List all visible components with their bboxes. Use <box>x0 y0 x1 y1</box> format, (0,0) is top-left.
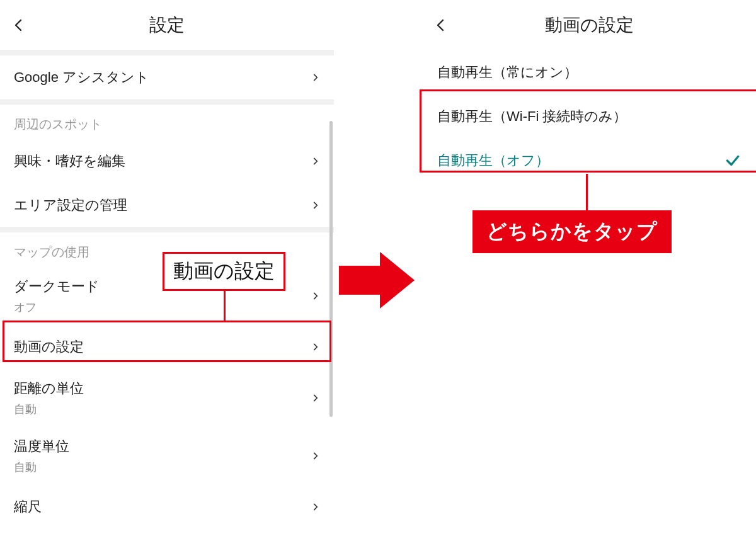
row-label: 温度単位 <box>14 437 69 456</box>
row-label: エリア設定の管理 <box>14 196 127 215</box>
chevron-right-icon <box>311 73 320 82</box>
chevron-right-icon <box>311 157 320 166</box>
back-icon[interactable] <box>433 18 449 33</box>
annotation-tap-label: どちらかをタップ <box>472 210 672 253</box>
arrow-right-icon <box>339 252 415 309</box>
row-label: 動画の設定 <box>14 338 84 356</box>
option-autoplay-off[interactable]: 自動再生（オフ） <box>422 139 756 183</box>
video-settings-header: 動画の設定 <box>422 0 756 50</box>
back-icon[interactable] <box>11 18 26 33</box>
divider <box>0 99 334 105</box>
option-autoplay-always[interactable]: 自動再生（常にオン） <box>422 50 756 94</box>
chevron-right-icon <box>311 343 320 351</box>
row-label: 距離の単位 <box>14 379 84 398</box>
annotation-line <box>586 174 588 212</box>
row-sub: 自動 <box>14 402 84 417</box>
row-video-settings[interactable]: 動画の設定 <box>0 325 334 369</box>
annotation-callout: 動画の設定 <box>163 252 285 291</box>
check-icon <box>724 152 741 169</box>
chevron-right-icon <box>311 394 320 402</box>
row-edit-interests[interactable]: 興味・嗜好を編集 <box>0 139 334 183</box>
divider <box>0 50 334 55</box>
annotation-line <box>224 287 226 321</box>
row-label: 興味・嗜好を編集 <box>14 152 125 171</box>
chevron-right-icon <box>311 503 320 511</box>
svg-marker-0 <box>339 252 415 309</box>
option-label: 自動再生（常にオン） <box>437 63 578 82</box>
settings-title: 設定 <box>0 13 334 37</box>
row-google-assistant[interactable]: Google アシスタント <box>0 55 334 99</box>
row-area-settings[interactable]: エリア設定の管理 <box>0 183 334 227</box>
divider <box>0 227 334 232</box>
option-autoplay-wifi[interactable]: 自動再生（Wi-Fi 接続時のみ） <box>422 94 756 139</box>
chevron-right-icon <box>311 201 320 210</box>
video-settings-title: 動画の設定 <box>422 13 756 37</box>
chevron-right-icon <box>311 292 320 300</box>
option-label: 自動再生（オフ） <box>437 151 549 170</box>
row-sub: オフ <box>14 300 100 315</box>
scrollbar[interactable] <box>329 121 333 417</box>
row-distance-unit[interactable]: 距離の単位 自動 <box>0 369 334 427</box>
row-label: Google アシスタント <box>14 68 149 87</box>
row-label: 縮尺 <box>14 497 42 516</box>
option-label: 自動再生（Wi-Fi 接続時のみ） <box>437 107 627 126</box>
settings-header: 設定 <box>0 0 334 50</box>
chevron-right-icon <box>311 452 320 460</box>
section-header-spots: 周辺のスポット <box>0 105 334 139</box>
row-scale[interactable]: 縮尺 <box>0 485 334 529</box>
row-sub: 自動 <box>14 460 69 475</box>
video-settings-screen: 動画の設定 自動再生（常にオン） 自動再生（Wi-Fi 接続時のみ） 自動再生（… <box>422 0 756 534</box>
row-temp-unit[interactable]: 温度単位 自動 <box>0 427 334 485</box>
row-label: ダークモード <box>14 277 100 296</box>
